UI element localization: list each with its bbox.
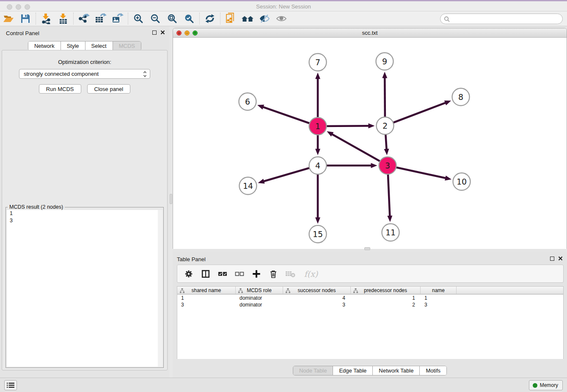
delete-table-button[interactable] xyxy=(285,268,296,279)
import-table-button[interactable] xyxy=(55,12,72,25)
apply-layout-button[interactable] xyxy=(201,12,218,25)
tab-network-table[interactable]: Network Table xyxy=(372,366,419,375)
table-cell[interactable]: 4 xyxy=(283,295,351,301)
memory-status-icon xyxy=(533,383,537,388)
tab-mcds[interactable]: MCDS xyxy=(113,41,141,50)
graph-edge-arrow-3-10 xyxy=(445,176,451,181)
zoom-in-button[interactable] xyxy=(130,12,147,25)
node-table[interactable]: shared nameMCDS rolesuccessor nodesprede… xyxy=(177,286,564,359)
table-cell[interactable]: 1 xyxy=(177,295,236,301)
graph-node-label-8: 8 xyxy=(458,92,463,102)
open-session-button[interactable] xyxy=(0,12,17,25)
function-builder-button[interactable]: f(x) xyxy=(302,268,320,279)
network-canvas[interactable]: 1234678910111415 xyxy=(173,38,567,249)
add-column-button[interactable] xyxy=(251,268,262,279)
close-panel-icon[interactable] xyxy=(160,30,165,35)
tab-node-table[interactable]: Node Table xyxy=(293,366,333,375)
result-scrollbar[interactable] xyxy=(158,210,162,367)
delete-columns-button[interactable] xyxy=(268,268,279,279)
graph-node-label-10: 10 xyxy=(457,177,467,186)
search-icon xyxy=(444,16,450,22)
column-label: successor nodes xyxy=(297,287,336,293)
tab-edge-table[interactable]: Edge Table xyxy=(333,366,372,375)
table-cell[interactable]: 1 xyxy=(421,295,457,301)
criterion-select[interactable]: strongly connected component xyxy=(19,69,150,79)
column-header-mcds-role[interactable]: MCDS role xyxy=(236,287,283,294)
graph-edge-arrow-3-11 xyxy=(387,215,392,222)
mcds-result-list[interactable]: 13 xyxy=(7,210,162,367)
float-panel-icon[interactable] xyxy=(152,30,157,35)
graph-edge-arrow-1-4 xyxy=(315,149,320,155)
graph-edge-2-8[interactable] xyxy=(385,102,448,126)
table-row[interactable]: 1dominator411 xyxy=(177,295,563,301)
graph-edge-3-1[interactable] xyxy=(330,133,388,166)
graph-edge-arrow-4-14 xyxy=(258,179,265,184)
import-network-button[interactable] xyxy=(38,12,55,25)
tab-style[interactable]: Style xyxy=(61,41,85,50)
table-row[interactable]: 3dominator323 xyxy=(177,301,563,308)
graph-node-label-7: 7 xyxy=(315,58,320,67)
graph-node-label-1: 1 xyxy=(315,121,320,131)
column-header-predecessor-nodes[interactable]: predecessor nodes xyxy=(351,287,421,294)
show-columns-button[interactable] xyxy=(200,268,211,279)
zoom-fit-button[interactable] xyxy=(164,12,181,25)
vertical-splitter-grip[interactable] xyxy=(170,194,172,204)
table-panel-tabs: Node TableEdge TableNetwork TableMotifs xyxy=(293,366,447,375)
horizontal-splitter-grip[interactable] xyxy=(364,247,370,250)
column-header-name[interactable]: name xyxy=(421,287,457,294)
memory-button[interactable]: Memory xyxy=(529,380,563,390)
vertical-splitter[interactable] xyxy=(169,26,173,378)
tab-network[interactable]: Network xyxy=(28,41,61,50)
control-panel-tabs: NetworkStyleSelectMCDS xyxy=(28,41,141,51)
table-settings-button[interactable] xyxy=(183,268,194,279)
column-label: shared name xyxy=(191,287,221,293)
import-table-icon xyxy=(58,13,69,24)
table-toolbar: f(x) xyxy=(177,265,564,283)
tab-motifs[interactable]: Motifs xyxy=(419,366,446,375)
tab-select[interactable]: Select xyxy=(85,41,113,50)
network-window-titlebar[interactable]: x – + scc.txt xyxy=(173,28,567,38)
zoom-selected-button[interactable] xyxy=(181,12,198,25)
first-neighbors-button[interactable] xyxy=(239,12,256,25)
criterion-selected-value: strongly connected component xyxy=(24,71,99,77)
hide-graphics-details-icon xyxy=(259,14,270,24)
table-cell[interactable]: 3 xyxy=(177,301,236,308)
select-all-columns-button[interactable] xyxy=(217,268,228,279)
column-label: MCDS role xyxy=(247,287,272,293)
clone-network-button[interactable] xyxy=(222,12,239,25)
column-header-shared-name[interactable]: shared name xyxy=(177,287,236,294)
task-history-button[interactable] xyxy=(4,380,17,390)
toolbar-separator xyxy=(128,13,128,25)
graph-edge-arrow-2-9 xyxy=(382,72,387,78)
network-view-window: x – + scc.txt 1234678910111415 xyxy=(173,28,567,249)
graph-edge-arrow-3-1 xyxy=(327,131,333,137)
network-document-icon xyxy=(225,13,236,25)
show-details-button[interactable] xyxy=(273,12,290,25)
toolbar-separator xyxy=(220,13,220,25)
table-body: 1dominator4113dominator323 xyxy=(177,295,563,308)
export-image-button[interactable] xyxy=(109,12,126,25)
mcds-result-box: MCDS result (2 nodes) 13 xyxy=(6,207,164,368)
graph-edge-arrow-4-3 xyxy=(371,163,377,168)
table-cell[interactable]: dominator xyxy=(236,301,283,308)
search-input[interactable] xyxy=(452,16,562,22)
close-panel-icon[interactable] xyxy=(558,256,563,261)
graph-node-label-15: 15 xyxy=(313,229,323,239)
unselect-all-columns-button[interactable] xyxy=(234,268,245,279)
table-cell[interactable]: dominator xyxy=(236,295,283,301)
run-mcds-button[interactable]: Run MCDS xyxy=(39,84,81,94)
table-cell[interactable]: 3 xyxy=(421,301,457,308)
graph-edge-3-10[interactable] xyxy=(388,166,448,179)
close-panel-button[interactable]: Close panel xyxy=(87,84,131,94)
hide-details-button[interactable] xyxy=(256,12,273,25)
table-cell[interactable]: 2 xyxy=(351,301,421,308)
column-header-successor-nodes[interactable]: successor nodes xyxy=(283,287,351,294)
table-cell[interactable]: 1 xyxy=(351,295,421,301)
export-table-button[interactable] xyxy=(92,12,109,25)
zoom-out-button[interactable] xyxy=(147,12,164,25)
column-label: predecessor nodes xyxy=(364,287,407,293)
save-session-button[interactable] xyxy=(17,12,34,25)
float-panel-icon[interactable] xyxy=(550,257,554,261)
export-network-button[interactable] xyxy=(75,12,92,25)
table-cell[interactable]: 3 xyxy=(283,301,351,308)
